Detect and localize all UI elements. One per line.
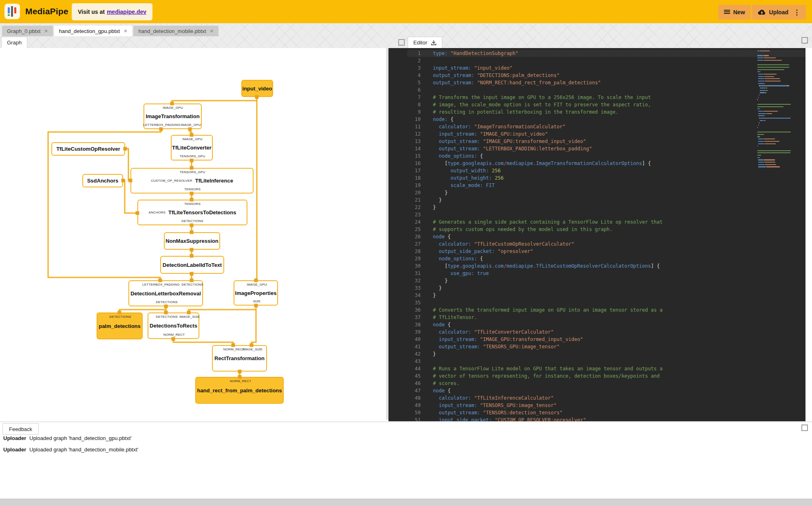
port-label: NORM_RECT xyxy=(223,348,245,351)
graph-canvas[interactable]: input_videoIMAGE_GPUImageTransformationL… xyxy=(0,48,387,420)
line-number: 49 xyxy=(388,402,421,409)
line-number: 37 xyxy=(388,314,421,321)
close-tab-icon[interactable]: ✕ xyxy=(44,29,48,34)
editor-tab-label: Editor xyxy=(413,40,427,46)
file-tab-1[interactable]: hand_detection_gpu.pbtxt✕ xyxy=(54,26,132,36)
node-title: ImageProperties xyxy=(235,290,277,296)
port-label: LETTERBOX_PADDING xyxy=(142,283,179,286)
line-number: 39 xyxy=(388,328,421,336)
node-title: DetectionsToRects xyxy=(150,323,197,329)
code-line-2: 2 xyxy=(388,57,805,64)
graph-node-ImageProperties[interactable]: IMAGE_GPUImagePropertiesSIZE xyxy=(234,280,278,306)
code-line-1: 1type: "HandDetectionSubgraph" xyxy=(388,50,805,57)
node-title: TfLiteTensorsToDetections xyxy=(168,209,236,216)
port-label: DETECTIONS xyxy=(156,300,178,304)
graph-node-DetectionsToRects[interactable]: DETECTIONSIMAGE_SIZEDetectionsToRectsNOR… xyxy=(148,312,199,339)
feedback-row-label: Uploader xyxy=(3,435,26,441)
graph-node-DetectionLabelIdToText[interactable]: DetectionLabelIdToText xyxy=(160,256,224,274)
editor-minimap[interactable] xyxy=(757,51,804,169)
port-label: NORM_RECT xyxy=(163,333,185,337)
code-line-8: 8# image, the scale_mode option is set t… xyxy=(388,101,805,108)
close-tab-icon[interactable]: ✕ xyxy=(124,29,127,34)
file-tab-0[interactable]: Graph_0.pbtxt✕ xyxy=(2,26,53,36)
port-label: TENSORS_GPU xyxy=(180,170,205,174)
graph-node-SsdAnchors[interactable]: SsdAnchors xyxy=(82,174,123,187)
mediapipe-logo-icon xyxy=(4,4,20,19)
download-icon[interactable] xyxy=(431,40,437,46)
graph-node-DetectionLetterboxRemoval[interactable]: LETTERBOX_PADDINGDETECTIONSDetectionLett… xyxy=(128,280,203,306)
graph-node-TfLiteConverter[interactable]: IMAGE_GPUTfLiteConverterTENSORS_GPU xyxy=(171,135,213,161)
port-label: NORM_RECT xyxy=(230,379,251,383)
file-tab-2[interactable]: hand_detection_mobile.pbtxt✕ xyxy=(133,26,218,36)
code-line-31: 31 use_gpu: true xyxy=(388,270,805,277)
line-number: 18 xyxy=(388,174,421,182)
code-line-36: 36# Converts the transformed input image… xyxy=(388,306,805,314)
line-number: 19 xyxy=(388,182,421,189)
line-number: 22 xyxy=(388,204,421,211)
new-button[interactable]: New xyxy=(718,5,751,20)
graph-node-RectTransformation[interactable]: NORM_RECTIMAGE_SIZERectTransformation xyxy=(212,345,267,372)
graph-node-hand_rect_from_palm_detections[interactable]: NORM_RECThand_rect_from_palm_detections xyxy=(195,377,284,404)
line-number: 42 xyxy=(388,350,421,358)
code-line-27: 27 calculator: "TfLiteCustomOpResolverCa… xyxy=(388,240,805,248)
list-icon xyxy=(724,9,730,15)
code-line-33: 33 } xyxy=(388,284,805,292)
graph-node-palm_detections[interactable]: DETECTIONSpalm_detections xyxy=(97,312,143,339)
feedback-panel: Feedback UploaderUploaded graph 'hand_de… xyxy=(0,422,812,499)
code-line-24: 24# Generates a single side packet conta… xyxy=(388,218,805,226)
code-line-9: 9# resulting in potential letterboxing i… xyxy=(388,108,805,116)
line-number: 2 xyxy=(388,57,421,64)
line-number: 25 xyxy=(388,226,421,233)
tab-graph[interactable]: Graph xyxy=(1,37,27,48)
upload-button[interactable]: Upload ⋮ xyxy=(752,5,806,20)
line-number: 10 xyxy=(388,116,421,123)
logo-bar-blue xyxy=(8,7,10,13)
line-number: 30 xyxy=(388,262,421,270)
graph-node-TfLiteInference[interactable]: TENSORS_GPUCUSTOM_OP_RESOLVERTfLiteInfer… xyxy=(130,168,254,194)
node-title: DetectionLetterboxRemoval xyxy=(130,290,201,297)
code-line-42: 42} xyxy=(388,350,805,358)
feedback-tab-label: Feedback xyxy=(9,426,32,432)
graph-node-TfLiteCustomOpResolver[interactable]: TfLiteCustomOpResolver xyxy=(51,142,125,156)
code-line-28: 28 output_side_packet: "opresolver" xyxy=(388,248,805,255)
tab-editor[interactable]: Editor xyxy=(408,37,442,48)
tab-feedback[interactable]: Feedback xyxy=(2,423,39,435)
line-number: 26 xyxy=(388,233,421,240)
line-number: 33 xyxy=(388,284,421,292)
feedback-pane-maximize-icon[interactable] xyxy=(801,425,808,431)
line-number: 16 xyxy=(388,160,421,167)
horizontal-scrollbar-track[interactable] xyxy=(0,499,812,506)
code-line-49: 49 input_stream: "TENSORS_GPU:image_tens… xyxy=(388,402,805,409)
line-number: 46 xyxy=(388,380,421,387)
graph-pane-maximize-icon[interactable] xyxy=(398,39,405,46)
port-label: IMAGE_SIZE xyxy=(242,348,263,351)
line-number: 32 xyxy=(388,277,421,284)
graph-node-ImageTransformation[interactable]: IMAGE_GPUImageTransformationLETTERBOX_PA… xyxy=(143,103,202,129)
graph-node-NonMaxSuppression[interactable]: NonMaxSuppression xyxy=(164,232,220,250)
mediapipe-dev-link[interactable]: mediapipe.dev xyxy=(107,9,146,15)
code-line-37: 37# TfLiteTensor. xyxy=(388,314,805,321)
logo-bar-green xyxy=(8,14,10,16)
line-number: 31 xyxy=(388,270,421,277)
graph-node-TfLiteTensorsToDetections[interactable]: TENSORSANCHORSTfLiteTensorsToDetectionsD… xyxy=(137,200,247,225)
node-title: TfLiteConverter xyxy=(172,145,212,151)
port-label: CUSTOM_OP_RESOLVER xyxy=(151,179,192,183)
code-editor[interactable]: 1type: "HandDetectionSubgraph"23input_st… xyxy=(388,48,805,421)
code-line-46: 46# scores. xyxy=(388,380,805,387)
line-number: 6 xyxy=(388,86,421,94)
feedback-row-1: UploaderUploaded graph 'hand_detection_m… xyxy=(0,447,571,456)
code-line-5: 5output_stream: "NORM_RECT:hand_rect_fro… xyxy=(388,79,805,86)
code-line-25: 25# supports custom ops needed by the mo… xyxy=(388,226,805,233)
code-line-29: 29 node_options: { xyxy=(388,255,805,262)
node-title: TfLiteCustomOpResolver xyxy=(56,146,120,152)
line-number: 50 xyxy=(388,409,421,416)
graph-node-input_video[interactable]: input_video xyxy=(241,80,273,97)
port-label: TENSORS_GPU xyxy=(180,154,205,158)
line-number: 38 xyxy=(388,321,421,328)
line-number: 7 xyxy=(388,94,421,101)
close-tab-icon[interactable]: ✕ xyxy=(210,29,214,34)
line-number: 40 xyxy=(388,336,421,343)
upload-menu-kebab-icon[interactable]: ⋮ xyxy=(793,8,800,17)
editor-pane-maximize-icon[interactable] xyxy=(801,37,808,44)
line-number: 8 xyxy=(388,101,421,108)
